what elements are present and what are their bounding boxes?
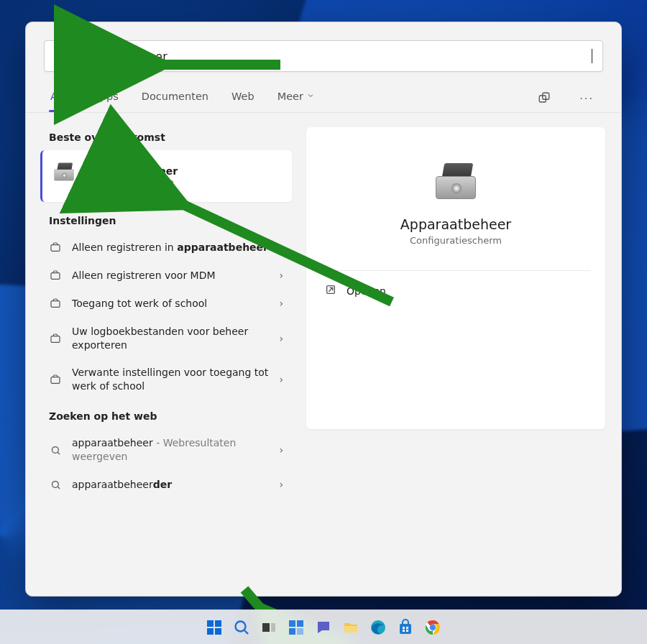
web-item-label: apparaatbeheerder bbox=[72, 478, 269, 492]
web-result-item[interactable]: apparaatbeheerder› bbox=[37, 471, 295, 499]
tab-documents[interactable]: Documenten bbox=[140, 85, 210, 112]
svg-rect-29 bbox=[297, 628, 303, 635]
preview-card: Apparaatbeheer Configuratiescherm Openen bbox=[306, 127, 605, 429]
chevron-right-icon: › bbox=[279, 242, 283, 253]
svg-line-23 bbox=[244, 630, 248, 634]
search-input[interactable] bbox=[75, 50, 592, 63]
taskbar-store[interactable] bbox=[395, 617, 416, 638]
search-panel: Alle Apps Documenten Web Meer ··· Beste … bbox=[25, 22, 622, 597]
svg-line-14 bbox=[329, 288, 332, 291]
briefcase-icon bbox=[49, 242, 62, 253]
search-container bbox=[26, 22, 621, 80]
open-action[interactable]: Openen bbox=[321, 277, 591, 305]
more-options-icon[interactable]: ··· bbox=[575, 88, 598, 109]
device-manager-icon bbox=[52, 163, 65, 174]
svg-point-11 bbox=[52, 481, 58, 487]
web-item-label: apparaatbeheer - Webresultaten weergeven bbox=[72, 436, 269, 464]
svg-line-1 bbox=[63, 57, 65, 59]
text-caret bbox=[592, 49, 592, 63]
search-icon bbox=[49, 479, 62, 490]
tab-more[interactable]: Meer bbox=[276, 85, 316, 112]
svg-rect-5 bbox=[51, 273, 60, 280]
svg-line-10 bbox=[58, 452, 60, 454]
results-list: Beste overeenkomst Apparaatbeheer Config… bbox=[26, 113, 299, 596]
briefcase-icon bbox=[49, 270, 62, 281]
svg-rect-8 bbox=[51, 377, 60, 384]
preview-app-icon bbox=[433, 163, 479, 201]
svg-rect-32 bbox=[400, 624, 411, 634]
briefcase-icon bbox=[49, 333, 62, 344]
settings-item[interactable]: Alleen registreren in apparaatbeheer› bbox=[37, 234, 295, 262]
chevron-right-icon: › bbox=[279, 374, 283, 385]
tab-web[interactable]: Web bbox=[230, 85, 256, 112]
chevron-right-icon: › bbox=[279, 479, 283, 490]
chevron-down-icon bbox=[306, 91, 315, 102]
best-match-item[interactable]: Apparaatbeheer Configuratiescherm bbox=[40, 150, 292, 202]
preview-subtitle: Configuratiescherm bbox=[410, 235, 502, 246]
taskbar-taskview[interactable] bbox=[259, 617, 279, 638]
best-match-subtitle: Configuratiescherm bbox=[86, 177, 178, 188]
settings-item-label: Alleen registreren in apparaatbeheer bbox=[72, 241, 269, 254]
settings-item-label: Alleen registreren voor MDM bbox=[72, 269, 269, 282]
settings-item[interactable]: Uw logboekbestanden voor beheer exporter… bbox=[37, 318, 295, 359]
svg-point-40 bbox=[431, 625, 435, 629]
tab-all[interactable]: Alle bbox=[49, 85, 71, 112]
chevron-right-icon: › bbox=[279, 270, 283, 281]
best-match-heading: Beste overeenkomst bbox=[37, 126, 299, 150]
preview-pane: Apparaatbeheer Configuratiescherm Openen bbox=[299, 113, 621, 596]
svg-point-9 bbox=[52, 446, 58, 453]
open-in-browser-icon[interactable] bbox=[533, 87, 555, 111]
settings-item-label: Toegang tot werk of school bbox=[72, 297, 269, 310]
svg-rect-20 bbox=[207, 628, 214, 635]
svg-rect-7 bbox=[51, 336, 60, 342]
open-icon bbox=[325, 284, 336, 298]
taskbar-chrome[interactable] bbox=[423, 617, 443, 638]
svg-rect-30 bbox=[344, 626, 357, 632]
svg-rect-35 bbox=[403, 630, 405, 632]
svg-line-12 bbox=[58, 487, 60, 489]
settings-item-label: Uw logboekbestanden voor beheer exporter… bbox=[72, 325, 269, 352]
chevron-right-icon: › bbox=[279, 333, 283, 344]
taskbar-search[interactable] bbox=[231, 617, 252, 638]
taskbar-start[interactable] bbox=[204, 617, 224, 638]
svg-rect-26 bbox=[289, 620, 295, 627]
svg-point-0 bbox=[57, 50, 65, 58]
taskbar bbox=[0, 610, 647, 644]
settings-item[interactable]: Toegang tot werk of school› bbox=[37, 290, 295, 318]
search-icon bbox=[49, 445, 62, 456]
settings-heading: Instellingen bbox=[37, 209, 299, 234]
briefcase-icon bbox=[49, 374, 62, 385]
svg-rect-33 bbox=[403, 627, 405, 629]
svg-point-22 bbox=[236, 621, 246, 631]
tab-apps[interactable]: Apps bbox=[91, 85, 120, 112]
svg-rect-25 bbox=[271, 623, 275, 632]
svg-rect-28 bbox=[289, 628, 295, 635]
settings-item-label: Verwante instellingen voor toegang tot w… bbox=[72, 366, 269, 393]
preview-title: Apparaatbeheer bbox=[400, 216, 511, 232]
best-match-title: Apparaatbeheer bbox=[86, 165, 178, 177]
svg-rect-18 bbox=[207, 620, 214, 627]
svg-rect-19 bbox=[215, 620, 221, 627]
taskbar-widgets[interactable] bbox=[286, 617, 306, 638]
svg-rect-34 bbox=[406, 627, 408, 629]
svg-rect-24 bbox=[262, 623, 270, 632]
search-icon bbox=[55, 48, 68, 64]
svg-rect-21 bbox=[215, 628, 221, 635]
chevron-right-icon: › bbox=[279, 444, 283, 456]
svg-rect-6 bbox=[51, 301, 60, 308]
settings-item[interactable]: Alleen registreren voor MDM› bbox=[37, 262, 295, 290]
svg-rect-36 bbox=[406, 630, 408, 632]
search-box[interactable] bbox=[44, 40, 603, 72]
svg-rect-4 bbox=[51, 245, 60, 252]
web-result-item[interactable]: apparaatbeheer - Webresultaten weergeven… bbox=[37, 429, 295, 471]
settings-item[interactable]: Verwante instellingen voor toegang tot w… bbox=[37, 359, 295, 400]
briefcase-icon bbox=[49, 298, 62, 309]
taskbar-explorer[interactable] bbox=[341, 617, 361, 638]
filter-tabs: Alle Apps Documenten Web Meer ··· bbox=[26, 80, 621, 113]
open-label: Openen bbox=[347, 285, 386, 297]
web-heading: Zoeken op het web bbox=[37, 405, 299, 429]
taskbar-edge[interactable] bbox=[368, 617, 388, 638]
chevron-right-icon: › bbox=[279, 298, 283, 309]
svg-rect-27 bbox=[297, 620, 303, 627]
taskbar-chat[interactable] bbox=[313, 617, 334, 638]
